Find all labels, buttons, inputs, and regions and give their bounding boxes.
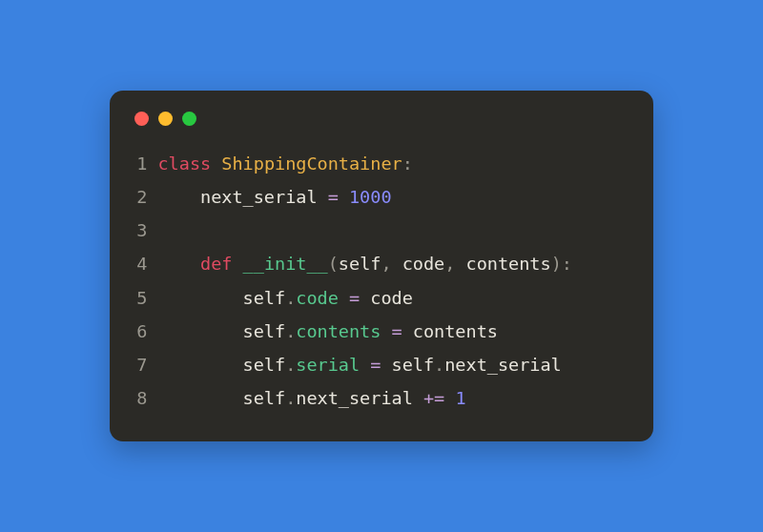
line-content: self.code = code [157, 281, 412, 315]
token-plain: next_serial [444, 355, 562, 375]
token-plain [232, 254, 242, 274]
token-plain [360, 355, 370, 375]
token-op: = [370, 355, 381, 375]
token-punct: : [562, 254, 572, 274]
token-punct: ) [551, 254, 562, 274]
token-plain: contents [455, 254, 550, 274]
token-fn: serial [296, 355, 360, 375]
token-kw: def [200, 254, 232, 274]
code-line: 7 self.serial = self.next_serial [134, 348, 629, 381]
close-icon[interactable] [134, 112, 149, 126]
token-punct: . [434, 355, 444, 375]
code-line: 4 def __init__(self, code, contents): [134, 247, 629, 280]
window-titlebar [134, 112, 629, 126]
line-number: 8 [134, 381, 147, 415]
token-cls: ShippingContainer [221, 153, 402, 174]
line-content: def __init__(self, code, contents): [157, 247, 571, 280]
token-self: self [157, 388, 285, 408]
token-op: = [328, 187, 339, 207]
editor-window: 1class ShippingContainer:2 next_serial =… [110, 91, 653, 441]
token-self: self [157, 355, 285, 375]
line-content: self.contents = contents [157, 315, 497, 348]
token-plain: code [392, 254, 445, 274]
token-punct: . [285, 388, 296, 408]
token-punct: , [444, 254, 455, 274]
code-line: 6 self.contents = contents [134, 315, 629, 348]
code-editor[interactable]: 1class ShippingContainer:2 next_serial =… [134, 147, 629, 415]
token-op: = [392, 321, 402, 341]
token-op: = [349, 288, 360, 308]
code-line: 2 next_serial = 1000 [134, 180, 629, 214]
line-content: next_serial = 1000 [157, 180, 391, 214]
token-self: self [157, 321, 285, 341]
token-punct: . [285, 321, 296, 341]
token-fn: contents [296, 321, 381, 341]
token-plain: next_serial [157, 187, 327, 207]
token-punct: : [402, 153, 413, 174]
token-punct: , [381, 254, 391, 274]
token-fn: __init__ [243, 254, 328, 274]
line-number: 4 [134, 247, 147, 280]
token-num: 1 [455, 388, 465, 408]
line-number: 7 [134, 348, 147, 381]
zoom-icon[interactable] [182, 112, 196, 126]
line-number: 1 [134, 147, 147, 180]
token-punct: ( [328, 254, 339, 274]
token-plain [339, 187, 349, 207]
token-punct: . [285, 288, 296, 308]
code-line: 5 self.code = code [134, 281, 629, 315]
line-number: 3 [134, 214, 147, 247]
code-line: 8 self.next_serial += 1 [134, 381, 629, 415]
token-fn: code [296, 288, 339, 308]
token-kw: class [157, 153, 211, 174]
token-plain: next_serial [296, 388, 413, 408]
code-line: 3 [134, 214, 629, 247]
token-plain [413, 388, 423, 408]
line-content: self.next_serial += 1 [157, 381, 465, 415]
line-number: 6 [134, 315, 147, 348]
token-plain: contents [402, 321, 498, 341]
token-plain [211, 153, 221, 174]
line-number: 2 [134, 180, 147, 214]
token-op: += [423, 388, 444, 408]
token-punct: . [285, 355, 296, 375]
token-self: self [157, 288, 285, 308]
line-content: class ShippingContainer: [157, 147, 412, 180]
code-line: 1class ShippingContainer: [134, 147, 629, 180]
token-plain [157, 254, 200, 274]
token-plain [381, 321, 391, 341]
token-plain [339, 288, 349, 308]
line-content: self.serial = self.next_serial [157, 348, 561, 381]
token-self: self [381, 355, 434, 375]
minimize-icon[interactable] [158, 112, 173, 126]
token-plain [444, 388, 455, 408]
token-plain: code [360, 288, 413, 308]
token-self: self [339, 254, 382, 274]
line-number: 5 [134, 281, 147, 315]
token-num: 1000 [349, 187, 392, 207]
